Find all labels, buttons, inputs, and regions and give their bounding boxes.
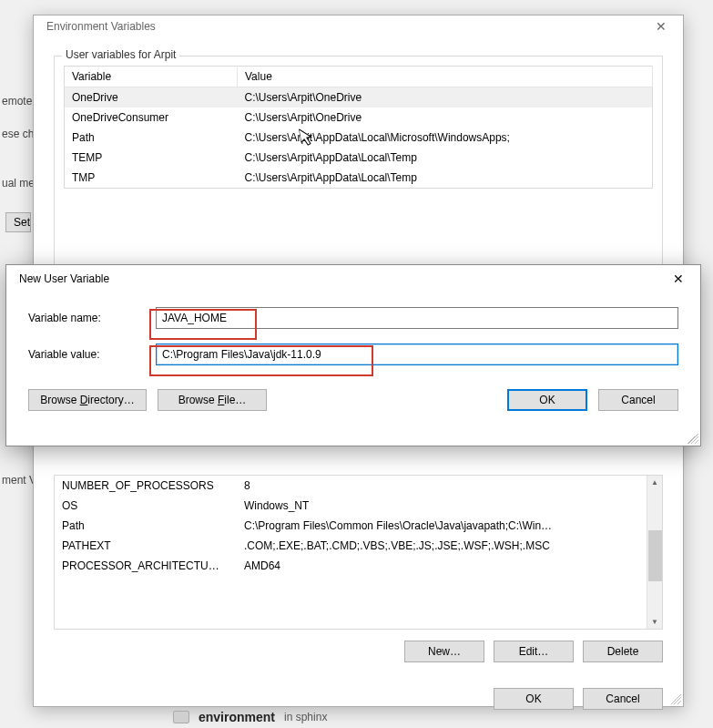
table-row[interactable]: NUMBER_OF_PROCESSORS 8 [55, 476, 662, 496]
bg-label: ese ch [2, 128, 34, 140]
variable-name-label: Variable name: [28, 312, 156, 324]
cell-value: AMD64 [237, 556, 662, 576]
footer-subtitle: in sphinx [284, 711, 327, 723]
folder-icon [173, 711, 189, 723]
table-row[interactable]: PROCESSOR_ARCHITECTU… AMD64 [55, 556, 662, 576]
table-row[interactable]: PATHEXT .COM;.EXE;.BAT;.CMD;.VBS;.VBE;.J… [55, 536, 662, 556]
ok-button[interactable]: OK [507, 389, 587, 411]
cell-variable: OS [55, 496, 237, 516]
cell-value: C:\Users\Arpit\AppData\Local\Microsoft\W… [238, 128, 653, 148]
cell-value: .COM;.EXE;.BAT;.CMD;.VBS;.VBE;.JS;.JSE;.… [237, 536, 662, 556]
close-icon[interactable]: ✕ [647, 15, 676, 37]
window-title: Environment Variables [46, 20, 156, 33]
cell-variable: Path [55, 516, 237, 536]
cell-variable: TEMP [65, 148, 238, 168]
new-user-variable-dialog: New User Variable ✕ Variable name: Varia… [5, 264, 701, 446]
table-row[interactable]: Path C:\Program Files\Common Files\Oracl… [55, 516, 662, 536]
close-icon[interactable]: ✕ [664, 268, 693, 290]
ok-button[interactable]: OK [494, 688, 574, 710]
bg-label: ment V [2, 474, 36, 487]
cell-value: C:\Users\Arpit\AppData\Local\Temp [238, 148, 653, 168]
cell-value: C:\Users\Arpit\AppData\Local\Temp [238, 168, 653, 189]
new-button[interactable]: New… [404, 641, 484, 662]
cell-variable: Path [65, 128, 238, 148]
cell-variable: TMP [65, 168, 238, 189]
column-header-value[interactable]: Value [238, 67, 653, 87]
table-row[interactable]: OneDriveConsumer C:\Users\Arpit\OneDrive [65, 108, 653, 128]
browse-file-button[interactable]: Browse File… [158, 389, 267, 411]
group-legend: User variables for Arpit [62, 48, 179, 61]
dialog-title: New User Variable [19, 272, 109, 285]
scroll-up-icon[interactable]: ▲ [651, 476, 658, 489]
footer-fragment: environment in sphinx [173, 710, 327, 724]
bg-label: emote [2, 95, 32, 108]
variable-name-input[interactable] [156, 307, 678, 329]
cell-value: 8 [237, 476, 662, 496]
cell-value: C:\Program Files\Common Files\Oracle\Jav… [237, 516, 662, 536]
table-row[interactable]: OS Windows_NT [55, 496, 662, 516]
scroll-down-icon[interactable]: ▼ [651, 615, 658, 629]
variable-value-label: Variable value: [28, 348, 156, 361]
table-row[interactable]: TMP C:\Users\Arpit\AppData\Local\Temp [65, 168, 653, 189]
cell-variable: PATHEXT [55, 536, 237, 556]
cancel-button[interactable]: Cancel [598, 389, 678, 411]
titlebar: New User Variable ✕ [6, 265, 700, 292]
table-row[interactable]: Path C:\Users\Arpit\AppData\Local\Micros… [65, 128, 653, 148]
cell-variable: OneDriveConsumer [65, 108, 238, 128]
edit-button[interactable]: Edit… [494, 641, 574, 662]
column-header-variable[interactable]: Variable [65, 67, 238, 87]
table-row[interactable]: TEMP C:\Users\Arpit\AppData\Local\Temp [65, 148, 653, 168]
variable-value-input[interactable] [156, 343, 678, 365]
resize-grip-icon[interactable] [670, 693, 681, 704]
system-variables-list[interactable]: NUMBER_OF_PROCESSORS 8 OS Windows_NT Pat… [54, 475, 663, 630]
cancel-button[interactable]: Cancel [583, 688, 663, 710]
system-buttons: New… Edit… Delete [54, 641, 663, 662]
dialog-buttons: OK Cancel [34, 675, 683, 723]
scroll-thumb[interactable] [648, 530, 662, 581]
user-variables-table[interactable]: Variable Value OneDrive C:\Users\Arpit\O… [64, 66, 653, 189]
cell-value: C:\Users\Arpit\OneDrive [238, 87, 653, 108]
table-row[interactable]: OneDrive C:\Users\Arpit\OneDrive [65, 87, 653, 108]
bg-label: ual me [2, 177, 35, 190]
cell-variable: PROCESSOR_ARCHITECTU… [55, 556, 237, 576]
bg-set-button[interactable]: Set [5, 212, 31, 232]
browse-directory-button[interactable]: Browse Directory… [28, 389, 147, 411]
titlebar: Environment Variables ✕ [34, 15, 683, 37]
resize-grip-icon[interactable] [688, 433, 698, 444]
cell-variable: OneDrive [65, 87, 238, 108]
scrollbar[interactable]: ▲ ▼ [647, 476, 662, 629]
cell-value: Windows_NT [237, 496, 662, 516]
cell-variable: NUMBER_OF_PROCESSORS [55, 476, 237, 496]
footer-title: environment [199, 710, 275, 724]
cell-value: C:\Users\Arpit\OneDrive [238, 108, 653, 128]
delete-button[interactable]: Delete [583, 641, 663, 662]
